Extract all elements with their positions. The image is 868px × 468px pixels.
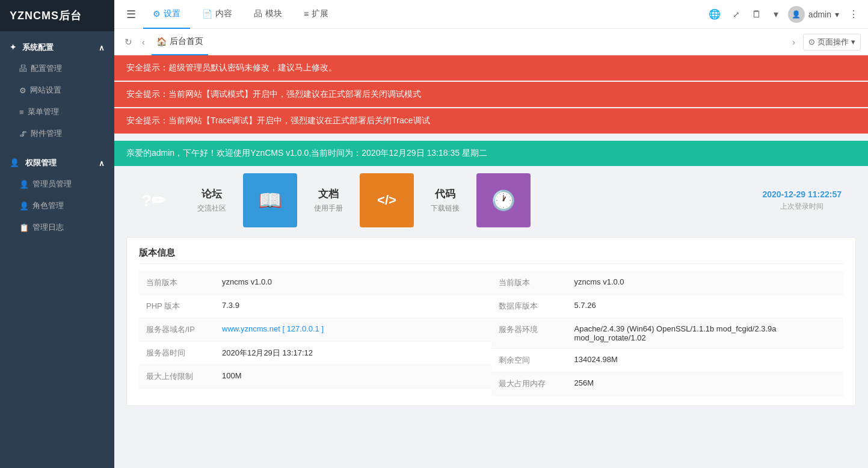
welcome-bar: 亲爱的admin，下午好！欢迎使用YznCMS v1.0.0,当前时间为：202… <box>114 141 868 166</box>
docs-icon: 📖 <box>243 173 297 227</box>
clock-icon: 🕐 <box>476 173 531 227</box>
quick-link-forum[interactable]: ?✏ 论坛 交流社区 <box>126 173 243 227</box>
quick-link-code-icon[interactable]: </> <box>360 173 414 227</box>
fullscreen-icon[interactable]: ⤢ <box>730 7 742 22</box>
attachment-icon: 🖇 <box>19 129 27 138</box>
version-row-left-1: PHP 版本 7.3.9 <box>139 295 491 318</box>
version-value-right-2: Apache/2.4.39 (Win64) OpenSSL/1.1.1b mod… <box>574 324 837 342</box>
settings-tab-icon: ⚙ <box>153 9 161 19</box>
tab-content[interactable]: 📄 内容 <box>192 0 242 29</box>
home-icon: 🏠 <box>156 37 167 46</box>
version-value-right-4: 256M <box>574 378 837 387</box>
version-value-left-3: 2020年12月29日 13:17:12 <box>222 348 484 359</box>
version-value-right-1: 5.7.26 <box>574 301 837 310</box>
last-login-label: 上次登录时间 <box>780 202 823 212</box>
version-label-left-4: 最大上传限制 <box>146 371 212 382</box>
sidebar-item-admin[interactable]: 👤 管理员管理 <box>0 173 114 195</box>
sidebar-item-website[interactable]: ⚙ 网站设置 <box>0 79 114 101</box>
download-sub: 下载链接 <box>431 203 460 214</box>
forum-label: 论坛 <box>202 187 222 201</box>
user-icon-group: 👤 <box>10 158 19 167</box>
download-label-block: 代码 下载链接 <box>414 173 476 227</box>
version-row-right-4: 最大占用内存 256M <box>491 372 844 396</box>
version-value-left-0: yzncms v1.0.0 <box>222 277 484 286</box>
config-icon: 品 <box>19 63 27 74</box>
version-table: 当前版本 yzncms v1.0.0 PHP 版本 7.3.9 服务器域名/IP… <box>139 271 843 396</box>
version-value-right-0: yzncms v1.0.0 <box>574 277 837 286</box>
sidebar-group-permission-label: 👤 权限管理 <box>10 158 57 168</box>
version-left: 当前版本 yzncms v1.0.0 PHP 版本 7.3.9 服务器域名/IP… <box>139 271 491 396</box>
role-icon: 👤 <box>19 202 29 211</box>
extension-tab-label: 扩展 <box>312 8 328 19</box>
tab-module[interactable]: 品 模块 <box>244 0 292 29</box>
tab-settings[interactable]: ⚙ 设置 <box>143 0 190 29</box>
alert-3: 安全提示：当前网站【Trace调试】开启中，强烈建议在正式部署后关闭Trace调… <box>114 108 868 134</box>
alert-1: 安全提示：超级管理员默认密码未修改，建议马上修改。 <box>114 55 868 81</box>
chevron-up-icon-2: ∧ <box>99 159 105 168</box>
sidebar-item-menu[interactable]: ≡ 菜单管理 <box>0 101 114 123</box>
circle-dot-icon: ⊙ <box>808 37 815 46</box>
module-tab-label: 模块 <box>265 8 282 19</box>
topbar-user[interactable]: 👤 admin ▾ <box>788 6 839 23</box>
version-label-left-1: PHP 版本 <box>146 301 212 312</box>
version-row-left-2: 服务器域名/IP www.yzncms.net [ 127.0.0.1 ] <box>139 318 491 342</box>
docs-label: 文档 <box>318 187 339 201</box>
breadcrumb-bar: ↻ ‹ 🏠 后台首页 › ⊙ 页面操作 ▾ <box>114 29 868 55</box>
back-icon[interactable]: ‹ <box>139 35 148 48</box>
wrench-icon: ✦ <box>10 43 16 52</box>
log-icon: 📋 <box>19 223 29 232</box>
version-right: 当前版本 yzncms v1.0.0 数据库版本 5.7.26 服务器环境 Ap… <box>491 271 844 396</box>
username-label: admin <box>808 10 831 19</box>
version-row-left-4: 最大上传限制 100M <box>139 365 491 389</box>
version-label-left-0: 当前版本 <box>146 277 212 288</box>
version-row-right-3: 剩余空间 134024.98M <box>491 349 844 372</box>
breadcrumb-left: ↻ ‹ 🏠 后台首页 <box>122 29 784 55</box>
hamburger-icon[interactable]: ☰ <box>122 5 141 23</box>
docs-label-block: 文档 使用手册 <box>297 173 360 227</box>
version-section: 版本信息 当前版本 yzncms v1.0.0 PHP 版本 7.3.9 服务器… <box>126 237 856 406</box>
version-value-right-3: 134024.98M <box>574 355 837 364</box>
quick-link-download[interactable]: 代码 下载链接 🕐 <box>414 173 531 227</box>
breadcrumb-right: › ⊙ 页面操作 ▾ <box>789 34 861 51</box>
version-row-right-1: 数据库版本 5.7.26 <box>491 295 844 318</box>
download-label: 代码 <box>435 187 455 201</box>
version-value-left-2[interactable]: www.yzncms.net [ 127.0.0.1 ] <box>222 324 484 333</box>
version-label-right-0: 当前版本 <box>499 277 565 288</box>
version-row-right-0: 当前版本 yzncms v1.0.0 <box>491 271 844 295</box>
sidebar-group-system-label: ✦ 系统配置 <box>10 42 54 53</box>
sidebar-group-permission-header[interactable]: 👤 权限管理 ∧ <box>0 153 114 173</box>
main-area: ☰ ⚙ 设置 📄 内容 品 模块 ≡ 扩展 🌐 ⤢ 🗒 ▾ 👤 <box>114 0 868 468</box>
version-row-right-2: 服务器环境 Apache/2.4.39 (Win64) OpenSSL/1.1.… <box>491 318 844 349</box>
quick-link-docs[interactable]: 📖 文档 使用手册 <box>243 173 360 227</box>
avatar: 👤 <box>788 6 805 23</box>
gear-icon: ⚙ <box>19 86 26 95</box>
version-label-right-1: 数据库版本 <box>499 301 565 312</box>
version-value-left-4: 100M <box>222 371 484 380</box>
more-icon[interactable]: ⋮ <box>846 6 861 22</box>
version-label-left-3: 服务器时间 <box>146 348 212 359</box>
sidebar: YZNCMS后台 ✦ 系统配置 ∧ 品 配置管理 ⚙ 网站设置 ≡ 菜单管理 🖇… <box>0 0 114 468</box>
user-dropdown-icon: ▾ <box>835 10 839 19</box>
forum-label-block: 论坛 交流社区 <box>180 173 243 227</box>
extension-tab-icon: ≡ <box>304 9 309 19</box>
page-action-dropdown-icon: ▾ <box>851 37 855 46</box>
version-row-left-3: 服务器时间 2020年12月29日 13:17:12 <box>139 342 491 365</box>
tab-extension[interactable]: ≡ 扩展 <box>294 0 338 29</box>
sidebar-item-attachment[interactable]: 🖇 附件管理 <box>0 123 114 144</box>
forward-icon[interactable]: › <box>789 35 798 48</box>
topbar-right: 🌐 ⤢ 🗒 ▾ 👤 admin ▾ ⋮ <box>706 6 861 23</box>
version-label-right-2: 服务器环境 <box>499 324 565 335</box>
sidebar-group-system-header[interactable]: ✦ 系统配置 ∧ <box>0 37 114 58</box>
sidebar-item-role[interactable]: 👤 角色管理 <box>0 195 114 217</box>
refresh-icon[interactable]: ↻ <box>122 35 135 49</box>
sidebar-item-config[interactable]: 品 配置管理 <box>0 58 114 79</box>
copy-dropdown-icon[interactable]: ▾ <box>771 6 781 22</box>
copy-icon[interactable]: 🗒 <box>749 7 764 22</box>
page-action-button[interactable]: ⊙ 页面操作 ▾ <box>803 34 861 51</box>
version-label-right-4: 最大占用内存 <box>499 378 565 389</box>
version-label-right-3: 剩余空间 <box>499 355 565 366</box>
last-login-date: 2020-12-29 11:22:57 <box>762 189 842 199</box>
sidebar-item-log[interactable]: 📋 管理日志 <box>0 217 114 238</box>
globe-icon[interactable]: 🌐 <box>706 6 723 22</box>
admin-icon: 👤 <box>19 180 29 189</box>
